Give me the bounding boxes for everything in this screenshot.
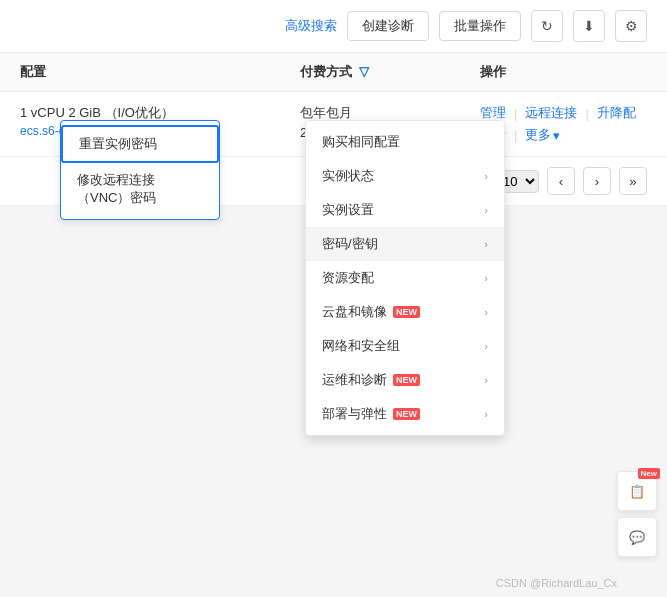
menu-item-instance-settings[interactable]: 实例设置 › [306,193,504,227]
submenu-item-vnc-password[interactable]: 修改远程连接（VNC）密码 [61,163,219,215]
menu-item-network-security[interactable]: 网络和安全组 › [306,329,504,363]
toolbar: 高级搜索 创建诊断 批量操作 ↻ ⬇ ⚙ [0,0,667,53]
create-diagnosis-button[interactable]: 创建诊断 [347,11,429,41]
password-submenu: 重置实例密码 修改远程连接（VNC）密码 [60,120,220,220]
menu-item-password-key[interactable]: 密码/密钥 › [306,227,504,261]
menu-item-instance-status[interactable]: 实例状态 › [306,159,504,193]
docs-icon: 📋 [629,484,645,499]
new-tag: New [638,468,660,479]
more-dropdown[interactable]: 更多 ▾ [525,126,560,144]
refresh-icon: ↻ [541,18,553,34]
chevron-right-icon: › [484,204,488,216]
chevron-right-icon: › [484,374,488,386]
float-docs-button[interactable]: New 📋 [617,471,657,511]
float-buttons: New 📋 💬 [617,471,657,557]
context-menu: 购买相同配置 实例状态 › 实例设置 › 密码/密钥 › 资源变配 › 云盘和镜… [305,120,505,436]
download-icon: ⬇ [583,18,595,34]
settings-button[interactable]: ⚙ [615,10,647,42]
new-badge: NEW [393,374,420,386]
prev-page-button[interactable]: ‹ [547,167,575,195]
menu-item-resource-change[interactable]: 资源变配 › [306,261,504,295]
chevron-right-icon: › [484,306,488,318]
table-header: 配置 付费方式 ▽ 操作 [0,53,667,92]
refresh-button[interactable]: ↻ [531,10,563,42]
last-page-button[interactable]: » [619,167,647,195]
menu-item-disk-image[interactable]: 云盘和镜像 NEW › [306,295,504,329]
float-chat-button[interactable]: 💬 [617,517,657,557]
chevron-right-icon: › [484,238,488,250]
new-badge: NEW [393,408,420,420]
settings-icon: ⚙ [625,18,638,34]
menu-item-buy-same[interactable]: 购买相同配置 [306,125,504,159]
actions-cell: 管理 | 远程连接 | 升降配 续费 | 更多 ▾ [480,104,647,144]
col-header-operations: 操作 [480,63,647,81]
menu-item-ops-diagnosis[interactable]: 运维和诊断 NEW › [306,363,504,397]
chat-icon: 💬 [629,530,645,545]
chevron-right-icon: › [484,340,488,352]
col-header-config: 配置 [20,63,300,81]
advanced-search-link[interactable]: 高级搜索 [285,17,337,35]
filter-icon[interactable]: ▽ [359,64,369,79]
download-button[interactable]: ⬇ [573,10,605,42]
menu-item-deploy-elastic[interactable]: 部署与弹性 NEW › [306,397,504,431]
chevron-right-icon: › [484,408,488,420]
new-badge: NEW [393,306,420,318]
chevron-down-icon: ▾ [553,128,560,143]
batch-operations-button[interactable]: 批量操作 [439,11,521,41]
watermark: CSDN @RichardLau_Cx [496,577,617,589]
upgrade-link[interactable]: 升降配 [597,104,636,122]
submenu-item-reset-password[interactable]: 重置实例密码 [61,125,219,163]
remote-connect-link[interactable]: 远程连接 [525,104,577,122]
col-header-payment: 付费方式 ▽ [300,63,480,81]
next-page-button[interactable]: › [583,167,611,195]
chevron-right-icon: › [484,170,488,182]
chevron-right-icon: › [484,272,488,284]
